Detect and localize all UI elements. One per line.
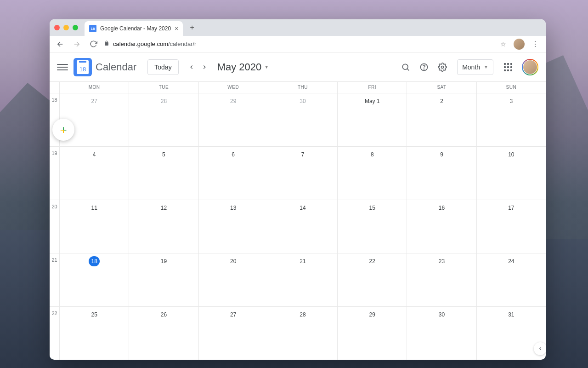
chevron-down-icon: ▼ [264, 64, 269, 69]
day-cell[interactable]: 23 [407, 253, 476, 306]
day-cell[interactable]: 19 [129, 253, 198, 306]
day-number: 6 [228, 150, 238, 160]
day-number: 9 [437, 150, 447, 160]
day-number: 2 [437, 96, 447, 106]
week-number: 21 [50, 253, 59, 306]
account-avatar[interactable] [522, 59, 538, 75]
day-cell[interactable]: 20 [198, 253, 268, 306]
day-cell[interactable]: 27 [198, 307, 268, 360]
week-row: 11121314151617 [60, 200, 546, 253]
day-number: 3 [506, 96, 516, 106]
day-cell[interactable]: 26 [129, 307, 198, 360]
day-number: 25 [89, 310, 99, 320]
day-headers: MON TUE WED THU FRI SAT SUN [60, 82, 546, 93]
day-cell[interactable]: 14 [268, 200, 337, 253]
day-header: THU [268, 82, 337, 93]
new-tab-button[interactable]: + [186, 21, 198, 34]
day-header: FRI [337, 82, 407, 93]
day-number: 27 [228, 310, 238, 320]
next-period-button[interactable] [198, 61, 211, 74]
day-cell[interactable]: 25 [60, 307, 129, 360]
week-row: 18192021222324 [60, 253, 546, 306]
day-number: 17 [506, 203, 516, 213]
close-window-button[interactable] [54, 25, 60, 30]
day-cell[interactable]: 29 [198, 93, 268, 146]
day-cell[interactable]: May 1 [337, 93, 407, 146]
day-cell[interactable]: 15 [337, 200, 407, 253]
bookmark-button[interactable]: ☆ [497, 38, 509, 50]
address-bar: calendar.google.com/calendar/r ☆ ⋮ [50, 36, 546, 52]
day-cell[interactable]: 30 [407, 307, 476, 360]
help-button[interactable] [415, 58, 433, 76]
search-button[interactable] [396, 58, 415, 76]
day-number: May 1 [365, 96, 380, 106]
day-cell[interactable]: 7 [268, 147, 337, 200]
calendar-favicon-icon: 18 [89, 25, 96, 32]
day-cell[interactable]: 29 [337, 307, 407, 360]
calendar-grid: + 18 19 20 21 22 MON TUE WED THU FRI SAT… [50, 82, 546, 360]
day-number: 21 [298, 256, 308, 266]
day-cell[interactable]: 9 [407, 147, 476, 200]
day-number: 30 [437, 310, 447, 320]
day-cell[interactable]: 4 [60, 147, 129, 200]
day-number: 31 [506, 310, 516, 320]
forward-button[interactable] [71, 38, 83, 50]
day-cell[interactable]: 2 [407, 93, 476, 146]
side-panel-toggle[interactable] [534, 342, 546, 355]
prev-period-button[interactable] [185, 61, 198, 74]
day-cell[interactable]: 21 [268, 253, 337, 306]
day-cell[interactable]: 16 [407, 200, 476, 253]
day-number: 15 [367, 203, 377, 213]
day-cell[interactable]: 6 [198, 147, 268, 200]
chevron-down-icon: ▼ [484, 64, 488, 69]
browser-tab[interactable]: 18 Google Calendar - May 2020 × [85, 21, 183, 36]
day-number: 10 [506, 150, 516, 160]
lock-icon [104, 40, 109, 47]
day-number: 16 [437, 203, 447, 213]
main-menu-button[interactable] [57, 62, 68, 73]
today-button[interactable]: Today [147, 59, 178, 75]
create-event-button[interactable]: + [52, 119, 74, 141]
day-header: WED [198, 82, 268, 93]
close-tab-button[interactable]: × [175, 25, 178, 32]
day-number: 24 [506, 256, 516, 266]
day-cell[interactable]: 28 [268, 307, 337, 360]
reload-button[interactable] [87, 38, 99, 50]
app-header: 18 Calendar Today May 2020 ▼ Month ▼ [50, 52, 546, 82]
day-cell[interactable]: 22 [337, 253, 407, 306]
minimize-window-button[interactable] [63, 25, 69, 30]
day-cell[interactable]: 28 [129, 93, 198, 146]
day-cell[interactable]: 5 [129, 147, 198, 200]
day-cell[interactable]: 11 [60, 200, 129, 253]
browser-menu-button[interactable]: ⋮ [529, 38, 541, 50]
day-number: 29 [228, 96, 238, 106]
day-number: 28 [158, 96, 169, 106]
week-row: 25262728293031 [60, 306, 546, 360]
view-selector[interactable]: Month ▼ [457, 59, 493, 75]
day-cell[interactable]: 17 [476, 200, 546, 253]
day-cell[interactable]: 30 [268, 93, 337, 146]
url-field[interactable]: calendar.google.com/calendar/r [104, 40, 492, 47]
day-number: 22 [367, 256, 377, 266]
day-number: 8 [367, 150, 377, 160]
week-row: 45678910 [60, 146, 546, 200]
browser-profile-avatar[interactable] [514, 39, 525, 50]
day-cell[interactable]: 8 [337, 147, 407, 200]
week-number: 20 [50, 200, 59, 253]
day-cell[interactable]: 3 [476, 93, 546, 146]
app-title: Calendar [96, 61, 136, 73]
day-cell[interactable]: 13 [198, 200, 268, 253]
day-cell[interactable]: 12 [129, 200, 198, 253]
maximize-window-button[interactable] [73, 25, 78, 30]
day-cell[interactable]: 24 [476, 253, 546, 306]
settings-button[interactable] [433, 58, 452, 76]
google-apps-button[interactable] [499, 58, 517, 76]
tab-title: Google Calendar - May 2020 [100, 25, 171, 32]
day-cell[interactable]: 18 [60, 253, 129, 306]
svg-point-2 [424, 69, 424, 69]
back-button[interactable] [54, 38, 66, 50]
current-period-label[interactable]: May 2020 ▼ [217, 61, 269, 73]
svg-point-0 [403, 64, 408, 69]
week-row: 27282930May 123 [60, 93, 546, 146]
day-cell[interactable]: 10 [476, 147, 546, 200]
